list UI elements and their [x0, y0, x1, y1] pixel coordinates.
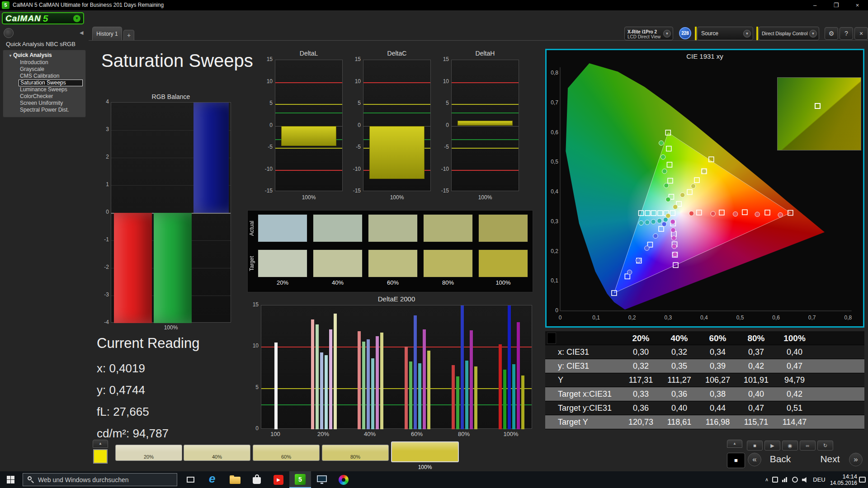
sidebar-item-grayscale[interactable]: Grayscale — [19, 66, 83, 73]
chart-title: DeltaE 2000 — [261, 295, 532, 303]
tray-chevron-icon[interactable]: ∧ — [762, 471, 771, 488]
y-tick-label: 0 — [101, 209, 109, 215]
sidebar-item-spectral-power-dist[interactable]: Spectral Power Dist. — [19, 107, 83, 113]
taskbar-app-edge[interactable]: e — [203, 471, 224, 488]
sidebar-item-screen-uniformity[interactable]: Screen Uniformity — [19, 100, 83, 107]
capture-button[interactable]: ◉ — [782, 441, 798, 450]
y-tick-label: 3 — [101, 126, 109, 132]
notification-center-icon[interactable] — [859, 477, 866, 483]
deltae-bar — [274, 343, 278, 429]
sidebar-item-saturation-sweeps[interactable]: Saturation Sweeps — [19, 80, 83, 86]
sidebar-item-colorchecker[interactable]: ColorChecker — [19, 93, 83, 100]
sidebar-item-luminance-sweeps[interactable]: Luminance Sweeps — [19, 86, 83, 93]
y-tick-label: 0,7 — [546, 99, 558, 106]
table-cell: 116,98 — [698, 415, 737, 429]
sidebar-item-introduction[interactable]: Introduction — [19, 59, 83, 66]
next-button[interactable]: Next — [812, 454, 848, 465]
cie-target-point — [765, 210, 770, 215]
back-chevron-icon[interactable]: « — [748, 453, 761, 466]
swatch-row-label: Actual — [249, 214, 256, 242]
tray-clock[interactable]: 14:14 14.05.2016 — [825, 473, 857, 486]
workflow-title: Quick Analysis NBC sRGB — [6, 41, 75, 47]
cie-target-point — [694, 178, 699, 183]
palette-collapse-tab[interactable]: ▲ — [93, 440, 108, 448]
taskbar-app-colorwheel[interactable] — [333, 471, 354, 488]
taskbar-app-store[interactable] — [246, 471, 268, 488]
start-button[interactable] — [0, 471, 22, 488]
tree-expand-icon[interactable]: ▼ — [9, 54, 13, 58]
taskbar-app-media[interactable]: ▶ — [268, 471, 289, 488]
chevron-down-icon[interactable]: ▼ — [743, 30, 751, 38]
saturation-level-label: 40% — [184, 454, 250, 460]
saturation-level-button-80[interactable]: 80% — [322, 445, 389, 461]
reference-line — [275, 104, 342, 105]
current-reading-line: y: 0,4744 — [97, 383, 199, 397]
meter-dropdown[interactable]: X-Rite i1Pro 2 LCD Direct View ▼ — [624, 27, 673, 40]
app-icon: 5 — [2, 1, 9, 9]
close-button[interactable]: × — [847, 0, 868, 10]
reference-line — [452, 113, 519, 113]
cie-measured-point — [659, 141, 663, 145]
deltah-chart: DeltaH151050-5-10-15100% — [439, 50, 520, 202]
chart-title: DeltaL — [275, 50, 343, 57]
stop-button[interactable]: ■ — [747, 441, 763, 450]
taskbar-app-explorer[interactable] — [224, 471, 246, 488]
refresh-button[interactable]: ↻ — [817, 441, 833, 450]
table-cell: 0,47 — [737, 401, 775, 415]
table-cell: 0,42 — [775, 387, 814, 401]
saturation-level-button-100[interactable] — [391, 441, 459, 462]
y-tick-label: 0 — [351, 122, 361, 128]
table-cell: 114,47 — [775, 415, 814, 429]
tray-network-icon[interactable] — [782, 477, 788, 482]
minimize-button[interactable]: – — [804, 0, 826, 10]
taskbar-app-monitor[interactable] — [311, 471, 333, 488]
settings-gear-button[interactable]: ⚙ — [825, 27, 838, 40]
cie-measured-point — [651, 220, 656, 224]
calman-logo[interactable]: CalMAN 5 ▼ — [2, 12, 84, 24]
sidebar-root-item[interactable]: ▼ Quick Analysis — [3, 52, 85, 59]
tab-history[interactable]: History 1 — [92, 27, 122, 41]
taskbar-app-calman[interactable]: 5 — [289, 471, 311, 488]
cie-measured-point — [660, 155, 665, 159]
y-tick-label: 5 — [263, 100, 273, 106]
back-button[interactable]: Back — [762, 454, 798, 465]
deltae-bar — [503, 370, 506, 429]
sidebar-collapse-icon[interactable]: ◀ — [80, 30, 83, 36]
chevron-down-icon[interactable]: ▼ — [809, 30, 817, 38]
meter-info: X-Rite i1Pro 2 LCD Direct View — [625, 28, 660, 39]
cie-target-point — [645, 211, 650, 216]
sidebar-item-cms-calibration[interactable]: CMS Calibration — [19, 73, 83, 80]
saturation-level-button-40[interactable]: 40% — [184, 445, 250, 461]
reference-line — [261, 404, 532, 405]
saturation-level-button-20[interactable]: 20% — [115, 445, 182, 461]
tab-add-button[interactable]: + — [123, 30, 134, 41]
play-button[interactable]: ▶ — [764, 441, 780, 450]
cie-measured-point — [673, 205, 678, 209]
close-session-button[interactable]: × — [854, 27, 868, 40]
source-dropdown[interactable]: Source ▼ — [697, 27, 753, 40]
read-button[interactable]: ■ — [727, 453, 745, 468]
calman-icon: 5 — [295, 474, 306, 485]
deltae-bar — [311, 319, 314, 429]
saturation-level-button-60[interactable]: 60% — [253, 445, 320, 461]
tray-speaker-icon[interactable] — [802, 477, 808, 483]
continuous-measure-button[interactable]: ∞ — [800, 441, 816, 450]
display-control-dropdown[interactable]: Direct Display Control ▼ — [759, 27, 819, 40]
maximize-button[interactable]: ❐ — [826, 0, 847, 10]
workflow-menu-button[interactable] — [4, 28, 14, 38]
deltae-bar — [512, 364, 515, 429]
swatch-actual-60% — [368, 214, 418, 242]
y-tick-label: -10 — [351, 166, 361, 172]
taskbar-search[interactable]: Web und Windows durchsuchen — [23, 473, 177, 486]
x-tick-label: 0,1 — [590, 314, 603, 321]
tray-globe-icon[interactable] — [792, 477, 798, 483]
help-button[interactable]: ? — [840, 27, 853, 40]
transport-collapse-tab[interactable]: ▲ — [727, 440, 742, 448]
logo-dropdown-icon[interactable]: ▼ — [73, 15, 80, 22]
chevron-down-icon[interactable]: ▼ — [663, 30, 671, 38]
task-view-button[interactable] — [181, 471, 201, 488]
deltae-plot-area — [261, 305, 532, 429]
delta-plot-area — [275, 60, 343, 191]
next-chevron-icon[interactable]: » — [849, 453, 863, 466]
tray-box-icon[interactable] — [772, 477, 778, 483]
